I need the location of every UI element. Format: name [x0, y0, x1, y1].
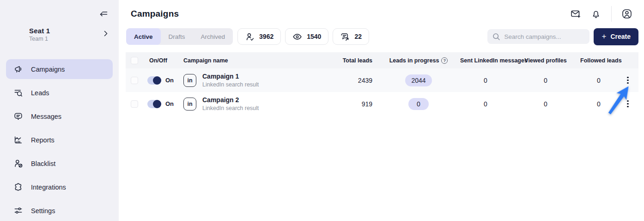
campaign-toggle[interactable]	[147, 100, 161, 108]
lead-search-icon	[13, 88, 23, 98]
seat-title: Seat 1	[29, 27, 108, 35]
campaign-status-tabs: Active Drafts Archived	[126, 28, 233, 45]
create-button[interactable]: + Create	[594, 28, 638, 45]
column-header-sent-messages: Sent LinkedIn messages	[460, 57, 511, 64]
table-row-campaign-1[interactable]: On in Campaign 1 LinkedIn search result …	[126, 68, 638, 92]
sidebar-item-label: Blacklist	[31, 160, 55, 167]
sidebar: Seat 1 Team 1 Campaigns	[0, 0, 119, 221]
search-box	[487, 29, 589, 44]
sidebar-item-integrations[interactable]: Integrations	[6, 177, 113, 197]
create-button-label: Create	[610, 33, 631, 40]
stat-chips: 3962 1540 22	[237, 28, 369, 45]
tab-drafts[interactable]: Drafts	[161, 28, 193, 45]
toggle-label: On	[165, 77, 174, 84]
search-input[interactable]	[504, 33, 584, 40]
column-header-leads-in-progress: Leads in progress ?	[377, 57, 460, 64]
app: Seat 1 Team 1 Campaigns	[0, 0, 644, 221]
sidebar-item-settings[interactable]: Settings	[6, 201, 113, 221]
puzzle-icon	[13, 182, 23, 192]
person-check-icon	[245, 32, 255, 42]
new-mail-button[interactable]	[568, 6, 583, 22]
followed-leads-value: 0	[580, 77, 617, 84]
sidebar-item-label: Reports	[31, 136, 55, 144]
sidebar-item-messages[interactable]: Messages	[6, 106, 113, 126]
stat-chip-value: 1540	[307, 33, 321, 40]
sidebar-collapse-button[interactable]	[97, 8, 109, 20]
sidebar-item-label: Messages	[31, 113, 61, 120]
table-header-row: On/Off Campaign name Total leads Leads i…	[126, 52, 638, 68]
main-content: Campaigns	[119, 0, 644, 221]
person-block-icon	[13, 159, 23, 168]
message-sent-icon	[340, 32, 350, 42]
total-leads-value: 919	[326, 100, 377, 108]
campaign-name: Campaign 2	[202, 96, 259, 104]
notifications-button[interactable]	[588, 6, 604, 22]
stat-chip-messages[interactable]: 22	[333, 28, 369, 45]
toggle-label: On	[165, 100, 174, 107]
stat-chip-views[interactable]: 1540	[285, 28, 328, 45]
campaigns-table: On/Off Campaign name Total leads Leads i…	[126, 52, 638, 116]
bell-icon	[590, 8, 601, 19]
seat-selector[interactable]: Seat 1 Team 1	[0, 27, 119, 42]
tab-active[interactable]: Active	[126, 28, 161, 45]
mail-plus-icon	[570, 8, 581, 19]
campaign-toggle[interactable]	[147, 76, 161, 85]
tab-archived[interactable]: Archived	[193, 28, 233, 45]
plus-icon: +	[601, 32, 606, 41]
campaign-name: Campaign 1	[202, 73, 259, 80]
linkedin-icon: in	[183, 74, 196, 87]
table-row-campaign-2[interactable]: On in Campaign 2 LinkedIn search result …	[126, 92, 638, 116]
sidebar-item-label: Integrations	[31, 184, 66, 191]
row-actions-menu-button[interactable]	[624, 74, 632, 87]
sent-messages-value: 0	[460, 77, 511, 84]
sidebar-item-leads[interactable]: Leads	[6, 83, 113, 103]
account-button[interactable]	[619, 6, 635, 22]
stat-chip-value: 22	[354, 33, 362, 40]
leads-in-progress-badge: 0	[408, 98, 429, 110]
column-header-followed-leads: Followed leads	[580, 57, 617, 64]
sidebar-item-reports[interactable]: Reports	[6, 130, 113, 150]
chart-icon	[13, 135, 23, 145]
row-actions-menu-button[interactable]	[624, 97, 632, 110]
toolbar: Active Drafts Archived 3962	[119, 28, 644, 45]
linkedin-icon: in	[183, 98, 196, 110]
eye-icon	[292, 32, 302, 42]
sidebar-item-blacklist[interactable]: Blacklist	[6, 153, 113, 173]
campaign-subtitle: LinkedIn search result	[202, 105, 259, 111]
row-checkbox[interactable]	[131, 77, 138, 84]
collapse-arrow-icon	[98, 8, 109, 19]
column-header-total-leads: Total leads	[326, 57, 377, 64]
sidebar-item-label: Leads	[31, 89, 49, 97]
select-all-checkbox[interactable]	[131, 57, 138, 64]
seat-subtitle: Team 1	[29, 36, 108, 42]
sidebar-item-campaigns[interactable]: Campaigns	[6, 59, 113, 79]
total-leads-value: 2439	[326, 77, 377, 84]
user-avatar-icon	[621, 8, 632, 19]
leads-in-progress-badge: 2044	[405, 74, 431, 86]
stat-chip-leads[interactable]: 3962	[237, 28, 281, 45]
sliders-icon	[13, 206, 23, 215]
campaign-subtitle: LinkedIn search result	[202, 81, 259, 88]
topbar-divider	[611, 6, 612, 22]
stat-chip-value: 3962	[259, 33, 273, 40]
help-icon[interactable]: ?	[441, 57, 448, 64]
followed-leads-value: 0	[580, 100, 617, 108]
row-checkbox[interactable]	[131, 100, 138, 108]
chevron-right-icon	[104, 31, 108, 37]
column-header-name: Campaign name	[183, 57, 326, 64]
column-header-viewed-profiles: Viewed profiles	[511, 57, 580, 64]
sidebar-nav: Campaigns Leads Messages	[0, 59, 119, 221]
sent-messages-value: 0	[460, 100, 511, 108]
sidebar-item-label: Campaigns	[31, 66, 65, 73]
sidebar-item-label: Settings	[31, 207, 55, 215]
topbar-actions	[568, 6, 635, 22]
page-title: Campaigns	[131, 9, 179, 19]
viewed-profiles-value: 0	[511, 100, 580, 108]
megaphone-icon	[13, 64, 23, 74]
search-icon	[492, 33, 500, 41]
viewed-profiles-value: 0	[511, 77, 580, 84]
column-header-onoff: On/Off	[144, 57, 183, 64]
toggle-knob	[153, 100, 161, 108]
message-bubble-icon	[13, 111, 23, 121]
toggle-knob	[153, 76, 161, 85]
